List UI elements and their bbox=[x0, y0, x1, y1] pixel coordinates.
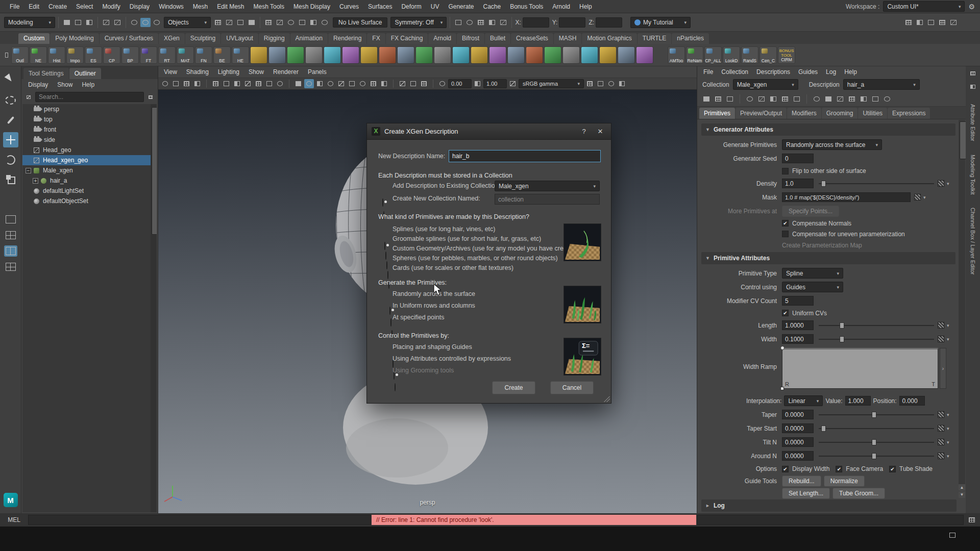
shelf-tab-motion-graphics[interactable]: Motion Graphics bbox=[582, 33, 636, 44]
shelf-tab-bifrost[interactable]: Bifrost bbox=[457, 33, 484, 44]
shelf-item-cp[interactable]: CP bbox=[103, 46, 120, 64]
menu-display[interactable]: Display bbox=[125, 0, 154, 13]
shelf-item-cp-all[interactable]: CP_ALL bbox=[704, 46, 722, 64]
menu-file[interactable]: File bbox=[5, 0, 24, 13]
shelf-icon[interactable] bbox=[471, 46, 488, 64]
bookmarks-icon[interactable] bbox=[192, 79, 202, 88]
menu-bonus-tools[interactable]: Bonus Tools bbox=[505, 0, 548, 13]
dock-tab-attribute-editor[interactable]: Attribute Editor bbox=[970, 104, 976, 141]
toggle-outliner-icon[interactable] bbox=[948, 18, 959, 27]
shelf-item-rands[interactable]: RandS bbox=[741, 46, 758, 64]
texture-map-icon[interactable] bbox=[938, 180, 944, 187]
field-chart-icon[interactable] bbox=[254, 79, 263, 88]
xgen-tab-primitives[interactable]: Primitives bbox=[699, 108, 735, 119]
shelf-icon[interactable] bbox=[250, 46, 267, 64]
lock-camera-icon[interactable] bbox=[171, 79, 181, 88]
textured-icon[interactable] bbox=[315, 79, 325, 88]
xgen-scrollbar[interactable]: ▲ ▼ bbox=[959, 120, 965, 498]
section-generator-attributes[interactable]: ▼Generator Attributes bbox=[701, 123, 955, 136]
xgen-menu-guides[interactable]: Guides bbox=[794, 68, 822, 76]
description-dropdown[interactable]: hair_a bbox=[843, 79, 920, 90]
shelf-icon[interactable] bbox=[397, 46, 414, 64]
scroll-down-icon[interactable]: ▼ bbox=[959, 491, 965, 498]
shelf-icon[interactable] bbox=[342, 46, 359, 64]
shelf-tab-animation[interactable]: Animation bbox=[290, 33, 328, 44]
ipr-render-icon[interactable] bbox=[464, 18, 475, 27]
dialog-close-button[interactable]: ✕ bbox=[594, 127, 606, 137]
shelf-item-lookd[interactable]: LookD bbox=[723, 46, 740, 64]
panel-menu-renderer[interactable]: Renderer bbox=[268, 68, 303, 76]
density-slider[interactable] bbox=[819, 180, 934, 187]
ramp-key-handle[interactable] bbox=[780, 346, 785, 350]
texture-map-icon[interactable] bbox=[938, 322, 944, 329]
select-lines-mask-icon[interactable] bbox=[224, 18, 234, 27]
shelf-tab-arnold[interactable]: Arnold bbox=[428, 33, 456, 44]
xray-icon[interactable] bbox=[408, 79, 418, 88]
interpolation-dropdown[interactable]: Linear bbox=[784, 395, 823, 406]
shelf-tab-rendering[interactable]: Rendering bbox=[328, 33, 366, 44]
multisample-icon[interactable] bbox=[369, 79, 378, 88]
shelf-item-renam[interactable]: ReNam bbox=[686, 46, 703, 64]
add-guide-icon[interactable] bbox=[745, 94, 755, 104]
menu-generate[interactable]: Generate bbox=[444, 0, 478, 13]
taper-field[interactable]: 0.0000 bbox=[782, 410, 814, 419]
texture-map-icon[interactable] bbox=[914, 194, 921, 201]
shelf-item-amtoo[interactable]: AMToo bbox=[668, 46, 685, 64]
isolate-select-icon[interactable] bbox=[398, 79, 407, 88]
hypershade-icon[interactable] bbox=[487, 18, 497, 27]
menu-edit[interactable]: Edit bbox=[24, 0, 44, 13]
menu-mesh-display[interactable]: Mesh Display bbox=[289, 0, 335, 13]
menu-uv[interactable]: UV bbox=[426, 0, 444, 13]
open-scene-icon[interactable] bbox=[73, 18, 83, 27]
description-name-input[interactable] bbox=[449, 150, 601, 162]
taper-start-slider[interactable] bbox=[819, 425, 934, 432]
normalize-button[interactable]: Normalize bbox=[824, 475, 865, 487]
rotate-tool[interactable] bbox=[3, 152, 18, 167]
new-collection-name-field[interactable]: collection bbox=[495, 194, 600, 205]
attr-menu-icon[interactable]: ▾ bbox=[947, 454, 949, 459]
outliner-menu-help[interactable]: Help bbox=[77, 81, 99, 88]
collection-dropdown[interactable]: Male_xgen bbox=[733, 79, 798, 90]
section-log[interactable]: ►Log bbox=[701, 499, 957, 512]
attr-menu-icon[interactable]: ▾ bbox=[947, 323, 949, 328]
shelf-item-impo[interactable]: Impo bbox=[66, 46, 84, 64]
primitive-type-dropdown[interactable]: Spline bbox=[782, 268, 843, 279]
radio-uniform-rows[interactable] bbox=[390, 318, 391, 327]
shelf-icon[interactable] bbox=[452, 46, 470, 64]
panel-menu-shading[interactable]: Shading bbox=[182, 68, 213, 76]
menu-select[interactable]: Select bbox=[71, 0, 97, 13]
shelf-item-ctrm-bonus-tool[interactable]: BONUS TOOL CtRM bbox=[778, 46, 795, 64]
tree-item-hair-a[interactable]: +hair_a bbox=[22, 176, 157, 186]
command-line-input[interactable] bbox=[28, 515, 371, 525]
shelf-icon[interactable] bbox=[379, 46, 396, 64]
export-patches-icon[interactable] bbox=[847, 94, 857, 104]
shelf-tab-rigging[interactable]: Rigging bbox=[259, 33, 290, 44]
shelf-item-ne[interactable]: NE bbox=[30, 46, 47, 64]
existing-collection-dropdown[interactable]: Male_xgen bbox=[495, 181, 600, 191]
shelf-item-hist[interactable]: Hist bbox=[48, 46, 65, 64]
snap-to-view-plane-icon[interactable] bbox=[308, 18, 318, 27]
auto-update-preview-icon[interactable] bbox=[835, 94, 845, 104]
safe-title-icon[interactable] bbox=[275, 79, 285, 88]
width-ramp-widget[interactable]: R T bbox=[782, 348, 938, 389]
radio-add-existing-collection[interactable] bbox=[382, 198, 383, 207]
workspace-gear-icon[interactable]: ⚙ bbox=[968, 3, 975, 11]
menu-help[interactable]: Help bbox=[575, 0, 597, 13]
shelf-item-outl[interactable]: Outl bbox=[11, 46, 29, 64]
motion-blur-icon[interactable] bbox=[358, 79, 368, 88]
taper-start-field[interactable]: 0.0000 bbox=[782, 423, 814, 433]
shelf-tab-fx-caching[interactable]: FX Caching bbox=[386, 33, 428, 44]
dialog-titlebar[interactable]: Create XGen Description ? ✕ bbox=[367, 123, 611, 140]
search-options-icon[interactable] bbox=[146, 93, 155, 101]
ramp-position-field[interactable]: 0.000 bbox=[899, 396, 925, 406]
snap-to-curve-icon[interactable] bbox=[275, 18, 285, 27]
view-transform-icon[interactable] bbox=[508, 79, 518, 88]
filter-icon[interactable] bbox=[24, 93, 33, 101]
menu-curves[interactable]: Curves bbox=[335, 0, 363, 13]
compensate-parameterization-checkbox[interactable] bbox=[782, 231, 789, 237]
attach-description-icon[interactable] bbox=[870, 94, 880, 104]
gamma-field[interactable]: 1.00 bbox=[483, 79, 507, 88]
shaded-icon[interactable] bbox=[304, 79, 314, 88]
texture-map-icon[interactable] bbox=[938, 439, 944, 445]
shelf-item-mat[interactable]: MAT bbox=[177, 46, 194, 64]
